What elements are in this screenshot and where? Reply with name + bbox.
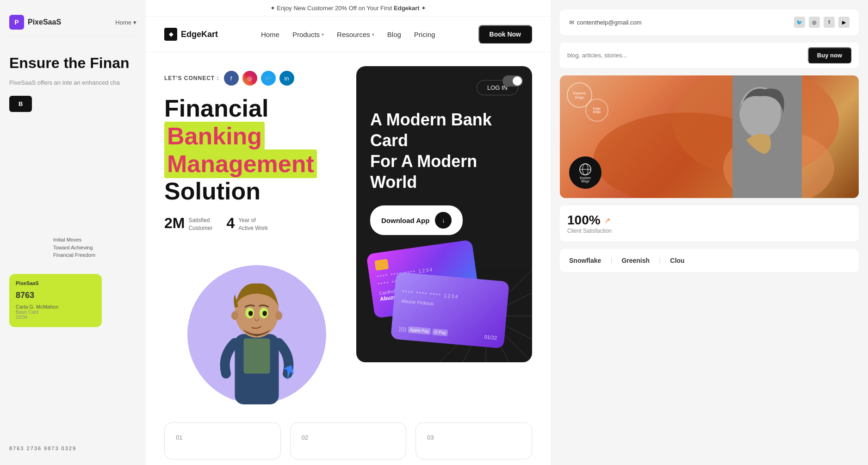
nav-blog-link[interactable]: Blog <box>387 31 401 38</box>
title-banking: Banking <box>164 122 265 150</box>
stat-years-desc: Year of Active Work <box>238 215 268 232</box>
feature-card-3: 03 <box>415 422 532 459</box>
feature-number-2: 02 <box>302 434 395 441</box>
stat-customers-number: 2M <box>164 215 185 232</box>
nav-home-link[interactable]: Home <box>261 31 279 38</box>
nav-pricing-link[interactable]: Pricing <box>414 31 435 38</box>
right-twitter-icon[interactable]: 🐦 <box>794 17 805 28</box>
title-management: Management <box>164 149 317 178</box>
announcement-brand: Edgekart <box>394 5 420 12</box>
social-icons-group: f ◎ 🐦 in <box>224 71 294 86</box>
nav-home-label[interactable]: Home <box>115 19 131 26</box>
pay-icons-group: )))) Apple Pay G Pay <box>398 326 448 336</box>
nav-chevron-icon: ▾ <box>133 19 136 26</box>
edgekart-brand-name: EdgeKart <box>181 30 218 39</box>
buy-now-button[interactable]: Buy now <box>808 47 851 63</box>
hero-stats: 2M Satisfied Customer 4 Year of Active W… <box>164 215 347 232</box>
center-panel: ✦ Enjoy New Customer 20% Off on Your Fir… <box>146 0 551 465</box>
left-hero-text: Ensure the Finan <box>9 54 136 72</box>
right-facebook-icon[interactable]: f <box>824 17 835 28</box>
blog-image-background: ExploreBlogs Exploreblogs Edgeblogs <box>560 75 859 198</box>
svg-point-8 <box>275 311 282 320</box>
dark-card: LOG IN A Modern Bank Card For A Modern W… <box>356 66 532 362</box>
nav-resources-link[interactable]: Resources ▾ <box>337 31 374 38</box>
blog-image: ExploreBlogs Exploreblogs Edgeblogs <box>560 75 859 198</box>
hero-left: LET'S CONNECT : f ◎ 🐦 in Financial Banki… <box>164 52 347 413</box>
book-now-button[interactable]: Book Now <box>478 25 532 43</box>
chip-icon <box>374 259 389 271</box>
card-section: PixeSaaS 8763 Carla G. McMahon Basic Car… <box>9 274 136 327</box>
pixesaas-logo-icon: P <box>9 15 24 30</box>
hero-section: LET'S CONNECT : f ◎ 🐦 in Financial Banki… <box>146 52 551 413</box>
stat-years: 4 Year of Active Work <box>226 215 268 232</box>
feature-number-3: 03 <box>427 434 521 441</box>
initial-moves-line3: Financial Freedom <box>53 251 95 259</box>
partner-snowflake: Snowflake <box>569 257 601 264</box>
partners-row: Snowflake | Greenish | Clou <box>560 249 859 272</box>
right-social-icons: 🐦 ◎ f ▶ <box>794 17 849 28</box>
metric-satisfaction: 100% ↗ Client Satisfaction <box>560 205 859 242</box>
card-brand: PixeSaaS <box>16 280 95 286</box>
bank-card-2: )))) Apple Pay G Pay **** **** **** 1234… <box>391 272 509 349</box>
features-row: 01 02 03 <box>146 422 551 459</box>
lets-connect-label: LET'S CONNECT : <box>164 75 219 81</box>
edgekart-nav-links: Home Products ▾ Resources ▾ Blog Pricing <box>261 31 435 38</box>
initial-moves-line1: Initial Moves <box>53 236 95 244</box>
svg-rect-1 <box>244 339 270 374</box>
title-financial: Financial <box>164 95 268 122</box>
toggle-switch[interactable] <box>502 75 523 87</box>
gpay-icon: G Pay <box>432 329 448 336</box>
nav-products-link[interactable]: Products ▾ <box>292 31 324 38</box>
dark-card-title: A Modern Bank Card For A Modern World <box>370 109 518 192</box>
stat-customers: 2M Satisfied Customer <box>164 215 212 232</box>
right-youtube-icon[interactable]: ▶ <box>838 17 849 28</box>
blog-bg-svg <box>560 75 859 198</box>
pixesaas-nav[interactable]: Home ▾ <box>115 19 136 26</box>
stat-customers-desc: Satisfied Customer <box>188 215 212 232</box>
spark-right-icon: ✦ <box>421 5 426 12</box>
yellow-credit-card: PixeSaaS 8763 Carla G. McMahon Basic Car… <box>9 274 102 327</box>
blog-search-bar[interactable]: Buy now <box>560 43 859 68</box>
twitter-icon[interactable]: 🐦 <box>261 71 276 86</box>
initial-moves-line2: Toward Achieving <box>53 244 95 252</box>
partner-greenish: Greenish <box>621 257 650 264</box>
announcement-bar: ✦ Enjoy New Customer 20% Off on Your Fir… <box>146 0 551 17</box>
svg-point-7 <box>231 311 238 320</box>
linkedin-icon[interactable]: in <box>279 71 294 86</box>
metric-number: 100% <box>567 213 601 228</box>
hero-title: Financial Banking Management Solution <box>164 95 347 205</box>
card-expiry: 10/34 <box>16 315 95 320</box>
globe-icon <box>578 162 592 176</box>
explore-text: ExploreBlogs <box>580 176 591 183</box>
hero-right: LOG IN A Modern Bank Card For A Modern W… <box>356 66 532 413</box>
metrics-row: 100% ↗ Client Satisfaction <box>560 205 859 242</box>
right-panel: ✉ contenthelp@gmail.com 🐦 ◎ f ▶ Buy now <box>551 0 868 465</box>
right-top-bar: ✉ contenthelp@gmail.com 🐦 ◎ f ▶ <box>560 9 859 35</box>
instagram-icon[interactable]: ◎ <box>242 71 257 86</box>
left-sub-text: PixeSaaS offers an inte an enhanced cha <box>9 78 136 87</box>
long-card-numbers: 8763 2736 9873 0329 <box>9 446 76 451</box>
right-instagram-icon[interactable]: ◎ <box>809 17 820 28</box>
left-cta-button[interactable]: B <box>9 96 32 112</box>
edgekart-navbar: ◆ EdgeKart Home Products ▾ Resources ▾ B… <box>146 17 551 52</box>
initial-moves-section: Initial Moves Toward Achieving Financial… <box>53 236 95 259</box>
blog-search-input[interactable] <box>567 52 803 59</box>
edgekart-logo: ◆ EdgeKart <box>164 28 218 41</box>
card-number: 8763 <box>16 291 95 300</box>
toggle-switch-area[interactable] <box>502 75 523 87</box>
svg-point-6 <box>262 311 267 316</box>
dark-card-header: LOG IN <box>370 80 518 95</box>
card-holder-name: Carla G. McMahon <box>16 304 95 310</box>
announcement-prefix: Enjoy New Customer 20% Off on Your First <box>277 5 392 12</box>
hero-illustration <box>169 237 345 413</box>
feature-card-2: 02 <box>290 422 407 459</box>
svg-point-5 <box>248 311 253 316</box>
pixesaas-brand-name: PixeSaaS <box>28 18 61 26</box>
toggle-knob <box>513 76 522 86</box>
card-type: Basic Card <box>16 310 95 315</box>
facebook-icon[interactable]: f <box>224 71 239 86</box>
title-solution: Solution <box>164 178 260 205</box>
character-svg <box>201 237 312 413</box>
email-link[interactable]: ✉ contenthelp@gmail.com <box>569 19 642 26</box>
email-address: contenthelp@gmail.com <box>577 19 642 26</box>
